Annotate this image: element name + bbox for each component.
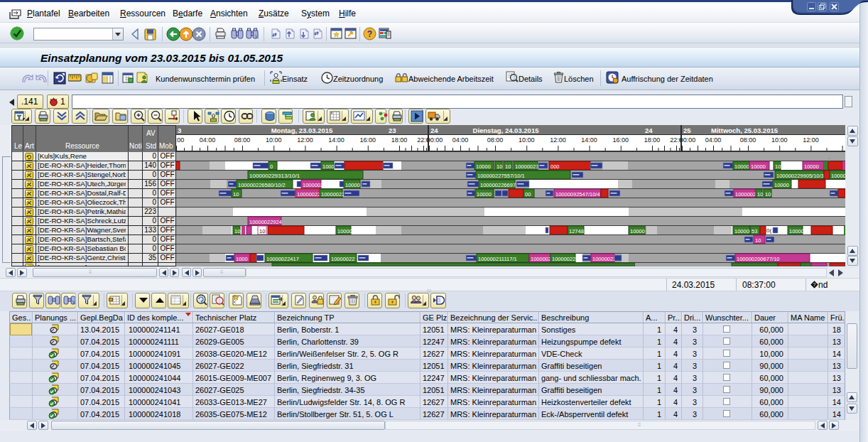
svg-text:1000002: 1000002 [831,173,845,179]
svg-text:10000: 10000 [476,163,491,170]
svg-text:10000022: 10000022 [735,191,759,198]
svg-text:10: 10 [234,228,240,235]
svg-text:10: 10 [765,191,771,198]
svg-text:Mittwoch, 25.03.2015: Mittwoch, 25.03.2015 [711,126,779,134]
svg-text:10: 10 [497,163,502,170]
svg-text:12:00: 12:00 [297,136,313,144]
svg-text:10000: 10000 [337,228,352,235]
svg-text:08:00: 08:00 [740,136,756,144]
svg-text:10: 10 [775,163,781,170]
svg-text:10000022924: 10000022924 [249,219,282,225]
svg-text:100000211117/1: 100000211117/1 [478,256,517,262]
svg-text:12:00: 12:00 [803,136,819,144]
svg-text:?: ? [813,282,816,287]
svg-text:12:00: 12:00 [550,136,566,144]
svg-text:100000229313/10/1: 100000229313/10/1 [249,173,300,179]
svg-text:10000: 10000 [804,163,819,170]
svg-text:24: 24 [430,126,438,134]
svg-text:10:00: 10:00 [771,136,788,144]
svg-text:18:00: 18:00 [391,136,408,144]
svg-text:0(: 0( [766,227,771,234]
svg-text:00:00: 00:00 [680,136,696,144]
svg-text:04:00: 04:00 [200,136,216,144]
svg-text:08:00: 08:00 [234,136,251,144]
svg-text:10: 10 [755,237,761,244]
svg-text:10000: 10000 [734,163,749,170]
svg-text:1000: 1000 [236,256,248,262]
svg-text:24: 24 [645,126,653,134]
svg-text:10: 10 [757,191,763,198]
svg-text:100000: 100000 [734,228,752,235]
svg-text:10: 10 [233,191,239,198]
svg-text:10:00: 10:00 [266,136,282,144]
svg-text:Montag, 23.03.2015: Montag, 23.03.2015 [271,126,333,134]
svg-text:04:00: 04:00 [705,136,722,144]
svg-text:14:00: 14:00 [581,136,597,144]
svg-text:10000022417: 10000022417 [266,256,299,262]
svg-text:10000022: 10000022 [321,191,345,198]
svg-text:16:00: 16:00 [360,136,376,144]
svg-text:10:00: 10:00 [519,136,535,144]
svg-text:00:00: 00:00 [176,136,184,144]
svg-text:Dienstag, 24.03.2015: Dienstag, 24.03.2015 [473,126,540,134]
svg-text:14:00: 14:00 [328,136,345,144]
svg-text:10000: 10000 [630,228,645,235]
svg-text:04:00: 04:00 [452,136,469,144]
svg-text:23: 23 [389,126,396,134]
svg-text:10000022: 10000022 [297,191,320,198]
svg-text:00:00: 00:00 [427,136,443,144]
svg-text:100000227557/10/1: 100000227557/10/1 [477,173,525,179]
svg-text:10: 10 [259,228,265,235]
svg-text:0: 0 [270,163,273,170]
svg-text:25: 25 [683,126,691,134]
svg-text:100000200677/10: 100000200677/10 [737,256,779,262]
svg-text:100000226580/10/2: 100000226580/10/2 [238,182,286,188]
svg-text:10000: 10000 [477,191,492,198]
svg-text:10000: 10000 [751,163,766,170]
svg-text:53: 53 [752,228,757,235]
svg-text:10000022: 10000022 [331,256,354,262]
svg-text:?: ? [367,29,372,39]
svg-text:00: 00 [525,191,531,198]
svg-text:10000022: 10000022 [592,256,616,262]
svg-text:10000092547/10/4: 10000092547/10/4 [555,191,600,198]
svg-text:10000: 10000 [345,182,360,188]
svg-text:08:00: 08:00 [487,136,504,144]
svg-text:10000022: 10000022 [303,182,326,188]
svg-text:18:00: 18:00 [644,136,661,144]
svg-text:10000: 10000 [774,182,789,188]
svg-text:10000: 10000 [789,228,804,235]
svg-text:10: 10 [505,163,511,170]
svg-text:3: 3 [178,126,181,134]
svg-text:16:00: 16:00 [613,136,629,144]
svg-text:10000022: 10000022 [552,256,575,262]
svg-text:100000226697/1: 100000226697/1 [480,182,520,188]
svg-text:000: 000 [550,163,560,170]
svg-text:12748: 12748 [569,228,584,235]
svg-text:100000229905/10/3: 100000229905/10/3 [776,173,824,179]
